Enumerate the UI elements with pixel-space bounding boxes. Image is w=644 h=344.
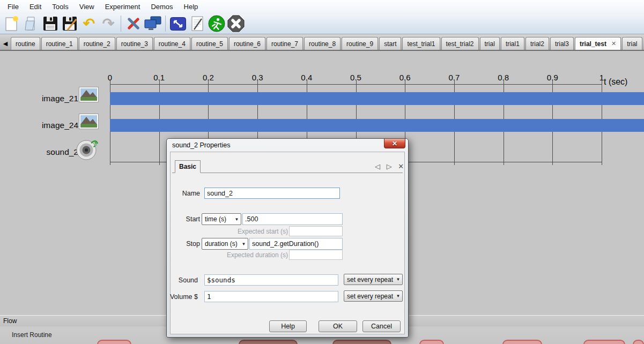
flow-routine-box[interactable] [97, 340, 131, 344]
save-icon[interactable] [41, 14, 60, 33]
tab-label: routine_1 [46, 40, 73, 48]
flow-routine-box[interactable] [332, 340, 391, 344]
cancel-button[interactable]: Cancel [362, 320, 401, 332]
tab-label: routine [16, 40, 35, 48]
chevron-down-icon: ▼ [233, 217, 241, 222]
volume-input[interactable] [204, 291, 338, 302]
monitor-center-icon[interactable] [143, 14, 162, 33]
undo-icon[interactable]: ↶ [79, 14, 99, 33]
help-button[interactable]: Help [269, 320, 307, 332]
component-label-image_24[interactable]: image_24 [0, 121, 78, 130]
tab-label: routine_4 [159, 40, 186, 48]
expected-start-input[interactable] [289, 226, 343, 236]
experiment-settings-icon[interactable] [168, 14, 188, 33]
flow-routine-box[interactable] [239, 340, 298, 344]
toolbar-separator [165, 16, 166, 32]
name-input[interactable] [204, 188, 340, 199]
tab-basic[interactable]: Basic [175, 160, 201, 173]
tab-start[interactable]: start [379, 37, 401, 50]
flow-routine-box[interactable] [583, 340, 625, 344]
tab-trial[interactable]: trial [622, 37, 642, 50]
routine-tab-bar: ◀ routineroutine_1routine_2routine_3rout… [0, 34, 644, 51]
new-file-icon[interactable] [2, 14, 21, 33]
tab-routine_9[interactable]: routine_9 [342, 37, 378, 50]
volume-update-select[interactable]: set every repeat ▼ [344, 290, 403, 302]
tab-label: routine_6 [234, 40, 261, 48]
menu-help[interactable]: Help [179, 1, 204, 12]
stop-mode-select[interactable]: duration (s) ▼ [202, 238, 248, 250]
menu-view[interactable]: View [74, 1, 100, 12]
stop-label: Stop [177, 240, 200, 248]
tab-test_trial1[interactable]: test_trial1 [402, 37, 440, 50]
redo-icon[interactable]: ↷ [99, 14, 118, 33]
tab-label: trial2 [530, 40, 544, 48]
axis-tick-label: 0.7 [448, 73, 460, 82]
tab-routine_8[interactable]: routine_8 [304, 37, 340, 50]
tab-label: trial_test [580, 40, 606, 48]
tab-close-icon[interactable]: ✕ [611, 40, 616, 47]
tab-nav-close-icon[interactable]: ✕ [398, 162, 404, 170]
start-mode-value: time (s) [202, 215, 233, 223]
tab-nav-left-icon[interactable]: ◁ [375, 162, 380, 170]
image-thumbnail-icon[interactable] [79, 114, 99, 131]
flow-routine-box[interactable] [633, 340, 644, 344]
axis-tick-label: 0.5 [350, 73, 361, 82]
run-icon[interactable] [207, 14, 226, 33]
tab-label: routine_7 [271, 40, 298, 48]
tab-nav-right-icon[interactable]: ▷ [387, 162, 392, 170]
menu-demos[interactable]: Demos [145, 1, 178, 12]
open-file-icon[interactable] [21, 14, 41, 33]
tab-routine_1[interactable]: routine_1 [41, 37, 78, 50]
menu-file[interactable]: File [2, 1, 24, 12]
tab-trial2[interactable]: trial2 [525, 37, 549, 50]
start-mode-select[interactable]: time (s) ▼ [202, 213, 241, 225]
dialog-title: sound_2 Properties [172, 141, 230, 149]
start-label: Start [177, 215, 200, 223]
speaker-icon[interactable]: ♪ [75, 137, 101, 163]
menu-edit[interactable]: Edit [24, 1, 47, 12]
insert-routine-button[interactable]: Insert Routine [12, 331, 52, 339]
tab-trial[interactable]: trial [480, 37, 500, 50]
stop-duration-input[interactable] [249, 238, 343, 250]
time-axis-unit-label: t (sec) [604, 77, 627, 87]
tab-label: routine_2 [84, 40, 110, 48]
tab-routine[interactable]: routine [11, 37, 40, 50]
tab-label: trial1 [506, 40, 520, 48]
expected-start-label: Expected start (s) [202, 228, 288, 235]
menu-tools[interactable]: Tools [47, 1, 73, 12]
image-thumbnail-icon[interactable] [79, 87, 99, 104]
tab-routine_2[interactable]: routine_2 [79, 37, 115, 50]
sound-value-input[interactable] [204, 274, 338, 286]
dialog-close-button[interactable]: ✕ [384, 139, 405, 148]
tab-trial1[interactable]: trial1 [501, 37, 524, 50]
tab-routine_5[interactable]: routine_5 [191, 37, 228, 50]
tab-strip-divider [172, 173, 403, 173]
axis-tick-label: 0.6 [399, 73, 411, 82]
tab-routine_6[interactable]: routine_6 [229, 37, 265, 50]
menu-experiment[interactable]: Experiment [100, 1, 146, 12]
sound-update-select[interactable]: set every repeat ▼ [344, 274, 403, 285]
tab-test_trial2[interactable]: test_trial2 [441, 37, 479, 50]
flow-routine-box[interactable] [419, 340, 444, 344]
flow-routine-box[interactable] [502, 340, 542, 344]
stop-mode-value: duration (s) [202, 240, 240, 248]
axis-tick-label: 0.3 [252, 73, 263, 82]
tab-scroll-left-icon[interactable]: ◀ [0, 37, 11, 50]
tab-routine_4[interactable]: routine_4 [154, 37, 190, 50]
start-time-input[interactable] [242, 213, 343, 225]
tab-trial3[interactable]: trial3 [550, 37, 574, 50]
expected-duration-input[interactable] [289, 250, 343, 260]
name-label: Name [177, 190, 200, 197]
component-label-sound_2[interactable]: sound_2 [0, 147, 78, 157]
stop-icon[interactable] [226, 14, 246, 33]
tab-trial_test[interactable]: trial_test✕ [575, 37, 621, 50]
svg-text:♪: ♪ [92, 138, 98, 149]
compile-script-icon[interactable] [188, 14, 207, 33]
tab-routine_3[interactable]: routine_3 [116, 37, 153, 50]
tab-routine_7[interactable]: routine_7 [267, 37, 303, 50]
component-label-image_21[interactable]: image_21 [0, 94, 78, 103]
ok-button[interactable]: OK [319, 320, 357, 332]
preferences-icon[interactable] [124, 14, 143, 33]
save-as-icon[interactable] [60, 14, 79, 33]
volume-label: Volume $ [168, 293, 198, 301]
